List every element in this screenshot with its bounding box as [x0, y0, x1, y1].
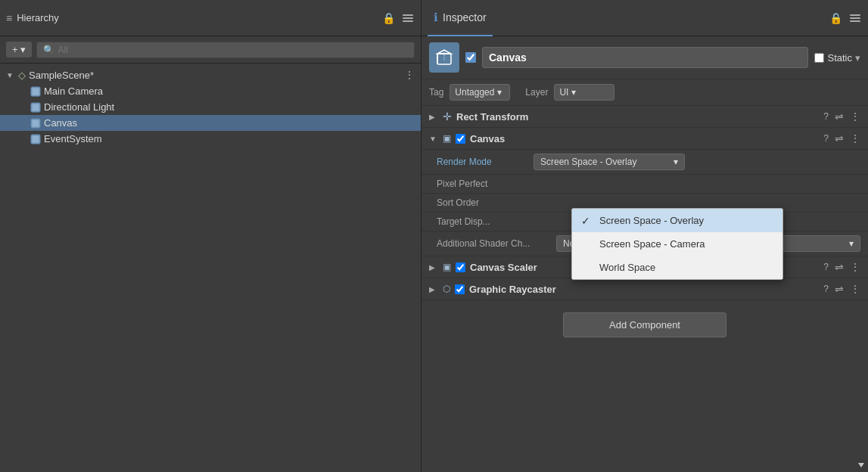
- gameobject-name-input[interactable]: [482, 47, 808, 68]
- tag-chevron: ▾: [497, 87, 502, 98]
- hierarchy-menu-btn[interactable]: [401, 13, 415, 23]
- canvas-scaler-enabled-checkbox[interactable]: [456, 262, 465, 272]
- inspector-lock-btn[interactable]: 🔒: [828, 11, 844, 26]
- inspector-panel-icons: 🔒: [828, 11, 862, 26]
- render-mode-dropdown-popup: ✓ Screen Space - Overlay Screen Space - …: [571, 208, 783, 280]
- gameobject-header: Static ▾: [422, 36, 868, 79]
- canvas-menu-btn[interactable]: ⋮: [850, 132, 860, 144]
- inspector-tab-bar: ℹ Inspector 🔒: [422, 0, 868, 36]
- graphic-raycaster-enabled-checkbox[interactable]: [455, 284, 465, 294]
- hierarchy-item-main-camera[interactable]: Main Camera: [0, 83, 421, 99]
- gameobject-icon-box: [429, 42, 459, 73]
- hierarchy-add-btn[interactable]: + ▾: [6, 42, 32, 57]
- static-checkbox[interactable]: [814, 53, 824, 63]
- hierarchy-toolbar: + ▾ 🔍: [0, 36, 421, 64]
- scene-expand-arrow: ▼: [6, 71, 15, 79]
- dropdown-option-0-label: Screen Space - Overlay: [599, 215, 704, 226]
- layer-chevron: ▾: [571, 87, 576, 98]
- tag-value: Untagged: [455, 87, 494, 98]
- canvas-scaler-expand: ▶: [429, 263, 438, 272]
- sort-order-label: Sort Order: [437, 197, 527, 208]
- hierarchy-panel-icons: 🔒: [381, 11, 415, 26]
- hierarchy-search-input[interactable]: [58, 45, 408, 55]
- canvas-hierarchy-icon: [30, 118, 41, 129]
- rect-transform-menu-btn[interactable]: ⋮: [850, 110, 860, 123]
- tag-dropdown[interactable]: Untagged ▾: [450, 84, 510, 101]
- graphic-raycaster-icon: ⬡: [443, 284, 450, 294]
- tag-layer-row: Tag Untagged ▾ Layer UI ▾: [422, 79, 868, 106]
- rect-transform-expand: ▶: [429, 113, 438, 121]
- render-mode-value: Screen Space - Overlay: [540, 157, 636, 167]
- add-label: +: [12, 44, 18, 55]
- canvas-settings-btn[interactable]: ⇌: [835, 132, 844, 144]
- svg-rect-3: [33, 104, 39, 110]
- render-mode-row: Render Mode Screen Space - Overlay ▾: [422, 150, 868, 175]
- hierarchy-item-directional-light[interactable]: Directional Light: [0, 99, 421, 115]
- scene-more-btn[interactable]: ⋮: [404, 69, 415, 81]
- scene-row[interactable]: ▼ ◇ SampleScene* ⋮: [0, 67, 421, 83]
- canvas-comp-icon: ▣: [443, 133, 451, 144]
- canvas-scaler-help-btn[interactable]: ?: [823, 262, 829, 272]
- graphic-raycaster-help-btn[interactable]: ?: [823, 284, 829, 294]
- dropdown-item-screen-space-camera[interactable]: Screen Space - Camera: [572, 232, 782, 256]
- render-mode-chevron: ▾: [674, 157, 678, 167]
- camera-icon: [30, 86, 41, 97]
- layer-value: UI: [559, 87, 568, 98]
- rect-transform-help-btn[interactable]: ?: [823, 111, 829, 122]
- inspector-tab[interactable]: ℹ Inspector: [428, 0, 493, 36]
- pixel-perfect-row: Pixel Perfect: [422, 175, 868, 194]
- scene-label: SampleScene*: [29, 70, 94, 81]
- hierarchy-item-canvas[interactable]: Canvas: [0, 115, 421, 131]
- search-icon: 🔍: [43, 45, 54, 55]
- hierarchy-content: ▼ ◇ SampleScene* ⋮ Main Camera Direction…: [0, 64, 421, 472]
- add-chevron: ▾: [20, 44, 26, 55]
- canvas-scaler-settings-btn[interactable]: ⇌: [835, 261, 844, 273]
- additional-shader-label: Additional Shader Ch...: [437, 238, 550, 249]
- hierarchy-icon: ≡: [6, 12, 12, 24]
- hierarchy-panel: ≡ Hierarchy 🔒 + ▾ 🔍 ▼ ◇ SampleScene*: [0, 0, 422, 472]
- graphic-raycaster-settings-btn[interactable]: ⇌: [835, 283, 844, 295]
- canvas-comp-actions: ? ⇌ ⋮: [823, 132, 860, 144]
- hierarchy-lock-btn[interactable]: 🔒: [381, 11, 397, 26]
- graphic-raycaster-menu-btn[interactable]: ⋮: [850, 283, 860, 295]
- canvas-component-header[interactable]: ▼ ▣ Canvas ? ⇌ ⋮: [422, 128, 868, 150]
- hierarchy-item-eventsystem[interactable]: EventSystem: [0, 131, 421, 147]
- add-component-btn[interactable]: Add Component: [563, 312, 726, 337]
- graphic-raycaster-title: Graphic Raycaster: [469, 284, 819, 295]
- graphic-raycaster-expand: ▶: [429, 285, 438, 293]
- rect-transform-title: Rect Transform: [456, 111, 819, 123]
- hierarchy-search-box: 🔍: [36, 42, 415, 58]
- eventsystem-icon: [30, 134, 41, 144]
- svg-rect-1: [33, 88, 39, 95]
- render-mode-dropdown[interactable]: Screen Space - Overlay ▾: [534, 154, 685, 170]
- svg-marker-12: [858, 463, 864, 467]
- hierarchy-title-label: Hierarchy: [17, 12, 59, 23]
- rect-transform-header[interactable]: ▶ ✛ Rect Transform ? ⇌ ⋮: [422, 106, 868, 128]
- canvas-scaler-menu-btn[interactable]: ⋮: [850, 261, 860, 273]
- layer-dropdown[interactable]: UI ▾: [554, 84, 614, 101]
- info-icon: ℹ: [434, 11, 438, 24]
- inspector-menu-btn[interactable]: [848, 13, 862, 23]
- target-display-label: Target Disp...: [437, 216, 527, 227]
- add-component-label: Add Component: [609, 319, 680, 331]
- pixel-perfect-label: Pixel Perfect: [437, 179, 527, 189]
- dropdown-item-screen-space-overlay[interactable]: ✓ Screen Space - Overlay: [572, 209, 782, 232]
- rect-transform-icon: ✛: [443, 110, 452, 123]
- hierarchy-title: ≡ Hierarchy: [6, 12, 59, 24]
- graphic-raycaster-actions: ? ⇌ ⋮: [823, 283, 860, 295]
- rect-transform-actions: ? ⇌ ⋮: [823, 110, 860, 123]
- checkmark-icon: ✓: [581, 215, 590, 227]
- scene-icon: ◇: [18, 70, 26, 81]
- canvas-scaler-actions: ? ⇌ ⋮: [823, 261, 860, 273]
- canvas-help-btn[interactable]: ?: [823, 133, 829, 144]
- gameobject-dropdown-arrow: [856, 460, 866, 470]
- gameobject-cube-icon: [435, 48, 453, 67]
- gameobject-active-checkbox[interactable]: [465, 52, 476, 63]
- hierarchy-header: ≡ Hierarchy 🔒: [0, 0, 421, 36]
- static-area: Static ▾: [814, 52, 860, 64]
- dropdown-item-world-space[interactable]: World Space: [572, 256, 782, 279]
- static-dropdown-btn[interactable]: ▾: [855, 52, 860, 64]
- graphic-raycaster-header[interactable]: ▶ ⬡ Graphic Raycaster ? ⇌ ⋮: [422, 278, 868, 300]
- canvas-enabled-checkbox[interactable]: [456, 134, 465, 144]
- rect-transform-settings-btn[interactable]: ⇌: [835, 110, 844, 123]
